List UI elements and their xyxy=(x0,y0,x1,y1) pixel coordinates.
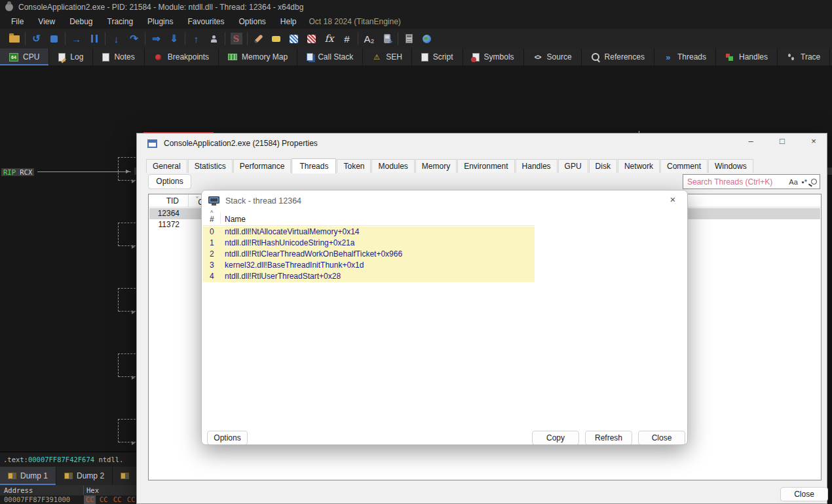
properties-tab-token[interactable]: Token xyxy=(337,159,371,173)
threads-options-button[interactable]: Options xyxy=(148,174,191,189)
step-out-icon[interactable]: ↑ xyxy=(187,31,205,46)
column-header-tid[interactable]: TID xyxy=(149,194,189,207)
properties-tab-modules[interactable]: Modules xyxy=(371,159,414,173)
properties-tab-handles[interactable]: Handles xyxy=(516,159,558,173)
ordinals-icon[interactable]: # xyxy=(338,31,356,46)
properties-tab-general[interactable]: General xyxy=(146,159,187,173)
scylla-plugin-icon[interactable]: S xyxy=(227,31,245,46)
comments-icon[interactable] xyxy=(267,31,285,46)
close-window-button[interactable]: × xyxy=(807,136,820,146)
hex-byte[interactable]: CC xyxy=(125,495,137,504)
menu-item-view[interactable]: View xyxy=(31,15,62,28)
properties-tab-threads[interactable]: Threads xyxy=(292,158,336,173)
stack-copy-button[interactable]: Copy xyxy=(532,431,579,445)
menu-item-favourites[interactable]: Favourites xyxy=(180,15,231,28)
calculator-icon[interactable] xyxy=(400,31,418,46)
tab-cpu[interactable]: 64CPU xyxy=(0,48,49,65)
properties-tab-statistics[interactable]: Statistics xyxy=(188,159,233,173)
dump-tab-2[interactable]: Dump 2 xyxy=(56,467,113,485)
tab-call-stack[interactable]: Call Stack xyxy=(297,48,363,65)
properties-tab-windows[interactable]: Windows xyxy=(708,159,753,173)
pause-icon[interactable] xyxy=(85,31,103,46)
step-over-icon[interactable]: ↷ xyxy=(125,31,143,46)
open-file-icon[interactable] xyxy=(5,31,23,46)
hex-byte[interactable]: CC xyxy=(111,495,123,504)
stack-frame-row[interactable]: 4ntdll.dll!RtlUserThreadStart+0x28 xyxy=(203,271,535,282)
jump-arrow-bracket xyxy=(118,353,136,377)
tab-notes[interactable]: Notes xyxy=(93,48,144,65)
menu-item-file[interactable]: File xyxy=(4,15,31,28)
highlight-mode-icon[interactable] xyxy=(303,31,320,46)
website-icon[interactable] xyxy=(418,31,436,46)
tab-label: Script xyxy=(433,52,453,62)
properties-close-button[interactable]: Close xyxy=(780,487,828,501)
tab-seh[interactable]: SEH xyxy=(363,48,412,65)
functions-icon[interactable]: fx xyxy=(320,31,338,46)
menu-item-debug[interactable]: Debug xyxy=(62,15,100,28)
tab-handles[interactable]: Handles xyxy=(716,48,778,65)
stack-close-icon[interactable]: × xyxy=(666,194,679,205)
match-case-icon[interactable]: Aa xyxy=(789,178,797,186)
stack-options-button[interactable]: Options xyxy=(207,431,248,445)
properties-tab-performance[interactable]: Performance xyxy=(233,159,292,173)
minimize-button[interactable]: – xyxy=(744,136,757,146)
hex-byte[interactable]: CC xyxy=(84,495,96,504)
jump-arrow-bracket xyxy=(118,288,136,312)
menu-item-tracing[interactable]: Tracing xyxy=(100,15,141,28)
attach-icon[interactable] xyxy=(205,31,223,46)
stop-icon[interactable] xyxy=(45,31,63,46)
tab-breakpoints[interactable]: Breakpoints xyxy=(145,48,219,65)
menu-item-options[interactable]: Options xyxy=(231,15,273,28)
search-threads-box[interactable]: Aa ▪* xyxy=(683,174,820,189)
tab-memory-map[interactable]: Memory Map xyxy=(219,48,297,65)
execute-till-return-icon[interactable]: ⇒ xyxy=(147,31,165,46)
properties-tab-gpu[interactable]: GPU xyxy=(558,159,588,173)
tab-log[interactable]: Log xyxy=(49,48,93,65)
tab-source[interactable]: <>Source xyxy=(524,48,582,65)
tab-script[interactable]: Script xyxy=(412,48,463,65)
properties-tab-environment[interactable]: Environment xyxy=(457,159,514,173)
tab-symbols[interactable]: Symbols xyxy=(463,48,524,65)
tab-references[interactable]: References xyxy=(582,48,654,65)
regex-icon[interactable]: ▪* xyxy=(802,178,807,186)
run-icon[interactable]: → xyxy=(67,31,85,46)
stack-frame-row[interactable]: 1ntdll.dll!RtlHashUnicodeString+0x21a xyxy=(203,238,535,249)
properties-tab-disk[interactable]: Disk xyxy=(589,159,617,173)
stack-close-button[interactable]: Close xyxy=(638,431,685,445)
restart-icon[interactable]: ↺ xyxy=(28,31,45,46)
handles-icon xyxy=(725,53,734,62)
stack-titlebar[interactable]: Stack - thread 12364 xyxy=(202,190,687,211)
strings-icon[interactable]: A₂ xyxy=(360,31,378,46)
cpu-icon: 64 xyxy=(9,53,18,62)
patches-icon[interactable] xyxy=(250,31,267,46)
stack-dialog: Stack - thread 12364 × ^ # Name 0ntdll.d… xyxy=(201,190,688,445)
menu-item-plugins[interactable]: Plugins xyxy=(140,15,180,28)
properties-tab-comment[interactable]: Comment xyxy=(660,159,708,173)
tab-trace[interactable]: Trace xyxy=(778,48,830,65)
stack-frame-row[interactable]: 2ntdll.dll!RtlClearThreadWorkOnBehalfTic… xyxy=(203,249,535,260)
tab-threads[interactable]: »Threads xyxy=(654,48,716,65)
toolbar-separator xyxy=(247,32,248,45)
attach-process-icon[interactable] xyxy=(378,31,396,46)
highlight-mode-icon-glyph xyxy=(307,35,316,43)
column-header-index[interactable]: # xyxy=(210,215,214,224)
properties-titlebar[interactable]: ConsoleApplication2.exe (21584) Properti… xyxy=(137,134,827,153)
maximize-button[interactable]: □ xyxy=(776,136,789,146)
dump-tab-1[interactable]: Dump 1 xyxy=(0,467,56,485)
step-into-icon[interactable]: ↓ xyxy=(107,31,125,46)
menu-item-help[interactable]: Help xyxy=(273,15,304,28)
stack-refresh-button[interactable]: Refresh xyxy=(585,431,632,445)
labels-icon[interactable] xyxy=(285,31,303,46)
properties-tab-network[interactable]: Network xyxy=(618,159,660,173)
column-header-name[interactable]: Name xyxy=(225,215,246,224)
search-threads-input[interactable] xyxy=(687,177,785,187)
run-icon-glyph: → xyxy=(71,33,81,45)
dump-data-row[interactable]: 00007FF87F391000 CCCCCCCC xyxy=(0,495,136,504)
stack-frame-row[interactable]: 3kernel32.dll!BaseThreadInitThunk+0x1d xyxy=(203,260,535,271)
search-icon[interactable] xyxy=(811,179,817,185)
stack-frame-row[interactable]: 0ntdll.dll!NtAllocateVirtualMemory+0x14 xyxy=(203,226,535,238)
hex-byte[interactable]: CC xyxy=(98,495,109,504)
properties-tab-memory[interactable]: Memory xyxy=(415,159,457,173)
dump-tab-3[interactable] xyxy=(113,467,138,485)
run-to-user-code-icon[interactable]: ⇓ xyxy=(165,31,183,46)
